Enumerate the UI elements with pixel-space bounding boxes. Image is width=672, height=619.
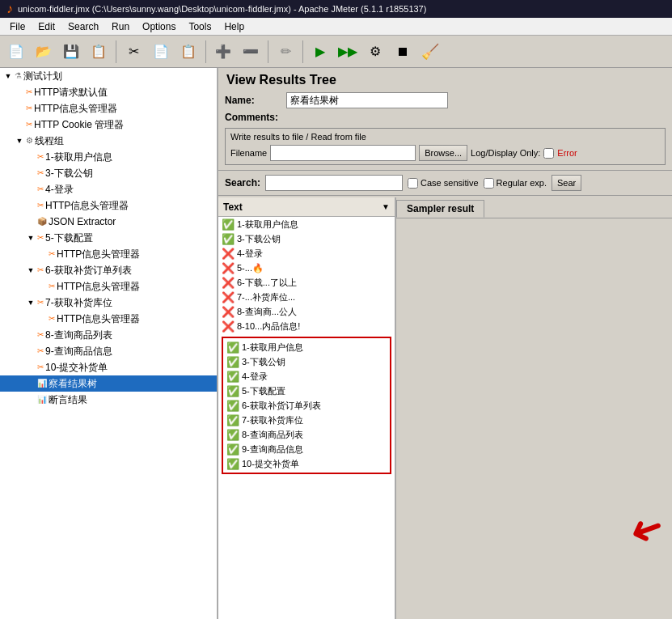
tree-node-text-2: HTTP请求默认值 (34, 85, 108, 100)
highlighted-result-item-7[interactable]: ✅9-查询商品信息 (223, 442, 390, 456)
panel-title: View Results Tree (218, 68, 672, 91)
menu-item-edit[interactable]: Edit (32, 19, 61, 34)
tree-node-text-3: HTTP信息头管理器 (34, 101, 117, 116)
search-input[interactable] (265, 175, 403, 191)
expand-icon-15: ▼ (26, 295, 36, 310)
tree-item-20[interactable]: 📊察看结果树 (0, 375, 217, 392)
tree-node-icon-2: ✂ (26, 85, 32, 100)
file-section: Write results to file / Read from file F… (225, 128, 666, 165)
results-list[interactable]: ✅1-获取用户信息✅3-下载公钥❌4-登录❌5-...🔥❌6-下载...了以上❌… (218, 217, 395, 619)
result-item-7[interactable]: ❌8-10...内品信息! (218, 319, 395, 333)
menu-item-search[interactable]: Search (61, 19, 105, 34)
toolbar: 📄 📂 💾 📋 ✂ 📄 📋 ➕ ➖ ✏ ▶ ▶▶ ⚙ ⏹ 🧹 (0, 36, 672, 68)
result-item-4[interactable]: ❌6-下载...了以上 (218, 275, 395, 290)
case-sensitive-text: Case sensitive (421, 178, 479, 188)
regular-exp-label[interactable]: Regular exp. (484, 178, 547, 189)
tree-item-9[interactable]: ✂HTTP信息头管理器 (0, 197, 217, 214)
menu-item-help[interactable]: Help (218, 19, 251, 34)
save-button[interactable]: 💾 (58, 39, 84, 65)
result-item-5[interactable]: ❌7-...补货库位... (218, 290, 395, 304)
tree-item-10[interactable]: 📦JSON Extractor (0, 214, 217, 230)
tree-node-text-14: HTTP信息头管理器 (57, 279, 140, 294)
regular-exp-checkbox[interactable] (484, 178, 494, 189)
case-sensitive-label[interactable]: Case sensitive (408, 178, 479, 189)
tree-item-14[interactable]: ✂HTTP信息头管理器 (0, 278, 217, 295)
add-button[interactable]: ➕ (210, 39, 236, 65)
tree-item-15[interactable]: ▼✂7-获取补货库位 (0, 295, 217, 311)
tree-item-12[interactable]: ✂HTTP信息头管理器 (0, 246, 217, 262)
tree-item-18[interactable]: ✂9-查询商品信息 (0, 343, 217, 359)
menu-item-file[interactable]: File (3, 19, 32, 34)
tree-node-text-7: 3-下载公钥 (45, 166, 93, 180)
name-input[interactable] (286, 92, 448, 108)
highlighted-result-icon-7: ✅ (226, 443, 239, 456)
highlighted-result-item-8[interactable]: ✅10-提交补货单 (223, 456, 390, 471)
highlighted-results-box: ✅1-获取用户信息✅3-下载公钥✅4-登录✅5-下载配置✅6-获取补货订单列表✅… (222, 337, 391, 474)
menu-item-tools[interactable]: Tools (182, 19, 218, 34)
search-button[interactable]: Sear (552, 175, 581, 191)
highlighted-result-item-4[interactable]: ✅6-获取补货订单列表 (223, 398, 390, 413)
paste-button[interactable]: 📋 (175, 39, 201, 65)
result-icon-6: ❌ (222, 306, 235, 318)
comments-label: Comments: (225, 112, 281, 123)
tree-node-icon-21: 📊 (37, 392, 47, 407)
highlighted-result-item-1[interactable]: ✅3-下载公钥 (223, 354, 390, 369)
name-label: Name: (225, 95, 281, 106)
result-item-2[interactable]: ❌4-登录 (218, 246, 395, 261)
remove-button[interactable]: ➖ (238, 39, 264, 65)
clear-button[interactable]: 🧹 (417, 39, 443, 65)
result-item-0[interactable]: ✅1-获取用户信息 (218, 217, 395, 231)
title-bar: ♪ unicom-fiddler.jmx (C:\Users\sunny.wan… (0, 0, 672, 18)
highlighted-result-item-5[interactable]: ✅7-获取补货库位 (223, 413, 390, 427)
tree-item-7[interactable]: ✂3-下载公钥 (0, 165, 217, 181)
file-section-title: Write results to file / Read from file (230, 132, 660, 142)
cut-button[interactable]: ✂ (120, 39, 146, 65)
tree-node-text-10: JSON Extractor (49, 214, 116, 229)
highlighted-result-item-3[interactable]: ✅5-下载配置 (223, 384, 390, 398)
highlighted-result-item-2[interactable]: ✅4-登录 (223, 369, 390, 384)
tree-node-text-19: 10-提交补货单 (45, 360, 108, 375)
new-button[interactable]: 📄 (3, 39, 29, 65)
stop-button[interactable]: ⏹ (390, 39, 416, 65)
menu-item-options[interactable]: Options (136, 19, 182, 34)
tree-node-text-12: HTTP信息头管理器 (57, 247, 140, 261)
tree-item-6[interactable]: ✂1-获取用户信息 (0, 149, 217, 165)
highlighted-result-item-0[interactable]: ✅1-获取用户信息 (223, 340, 390, 354)
highlighted-result-text-5: 7-获取补货库位 (242, 414, 303, 426)
tree-item-5[interactable]: ▼⚙线程组 (0, 133, 217, 149)
copy-button[interactable]: 📄 (148, 39, 174, 65)
case-sensitive-checkbox[interactable] (408, 178, 418, 189)
browse-button[interactable]: Browse... (419, 145, 467, 161)
result-text-3: 5-...🔥 (237, 263, 264, 273)
result-item-6[interactable]: ❌8-查询商...公人 (218, 304, 395, 319)
tree-item-13[interactable]: ▼✂6-获取补货订单列表 (0, 262, 217, 278)
tree-item-8[interactable]: ✂4-登录 (0, 181, 217, 197)
tree-item-3[interactable]: ✂HTTP信息头管理器 (0, 100, 217, 117)
edit-button[interactable]: ✏ (273, 39, 298, 65)
filename-input[interactable] (270, 145, 416, 161)
tree-node-icon-5: ⚙ (26, 134, 33, 148)
open-button[interactable]: 📂 (31, 39, 57, 65)
highlighted-result-item-6[interactable]: ✅8-查询商品列表 (223, 427, 390, 442)
tree-item-4[interactable]: ✂HTTP Cookie 管理器 (0, 117, 217, 133)
filename-label: Filename (230, 148, 267, 158)
tree-item-17[interactable]: ✂8-查询商品列表 (0, 327, 217, 343)
tree-item-19[interactable]: ✂10-提交补货单 (0, 359, 217, 375)
save-as-button[interactable]: 📋 (86, 39, 112, 65)
tree-item-11[interactable]: ▼✂5-下载配置 (0, 230, 217, 246)
tree-item-2[interactable]: ✂HTTP请求默认值 (0, 84, 217, 100)
comments-row: Comments: (218, 110, 672, 125)
tree-item-1[interactable]: ▼⚗测试计划 (0, 68, 217, 84)
tree-node-icon-7: ✂ (37, 166, 44, 180)
tabs-row: Sampler result (396, 197, 672, 218)
tab-sampler-result[interactable]: Sampler result (396, 200, 484, 218)
tree-item-16[interactable]: ✂HTTP信息头管理器 (0, 311, 217, 327)
tree-item-21[interactable]: 📊断言结果 (0, 392, 217, 408)
settings-button[interactable]: ⚙ (362, 39, 388, 65)
log-display-checkbox[interactable] (543, 148, 554, 159)
start-button[interactable]: ▶ (307, 39, 333, 65)
start-no-pause-button[interactable]: ▶▶ (335, 39, 361, 65)
result-item-1[interactable]: ✅3-下载公钥 (218, 231, 395, 246)
menu-item-run[interactable]: Run (105, 19, 136, 34)
result-item-3[interactable]: ❌5-...🔥 (218, 261, 395, 275)
